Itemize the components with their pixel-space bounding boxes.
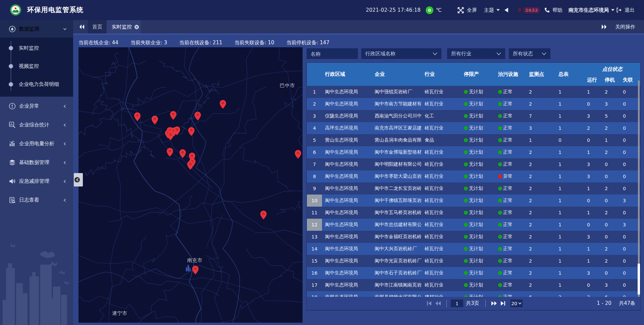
logout-button[interactable]: 退出 <box>616 7 635 13</box>
table-row-5[interactable]: 5营山生态环境局营山县润丰肉食品有限公司食品无计划正常10010 <box>307 134 641 146</box>
table-row-4[interactable]: 4高坪生态环境局南充市高坪区王家店建材厂砖瓦行业无计划正常31220 <box>307 122 641 134</box>
tabs-scroll-right-button[interactable] <box>601 24 607 30</box>
tab-realtime-monitoring[interactable]: 实时监控 <box>107 20 141 34</box>
tab-close-icon[interactable] <box>134 24 139 30</box>
map-pin-0[interactable] <box>220 100 226 109</box>
status-select[interactable]: 所有状态 <box>509 48 550 59</box>
table-row-9[interactable]: 9阆中生态环境局阆中市二龙长宝页岩砖厂砖瓦行业无计划正常21120 <box>307 182 641 195</box>
map-pin-2[interactable] <box>152 116 158 124</box>
status-dot-green <box>498 283 502 287</box>
table-row-13[interactable]: 13阆中生态环境局阆中市金福旺页岩机砖厂砖瓦行业无计划正常21300 <box>307 231 641 243</box>
cell-limit: 无计划 <box>461 122 495 134</box>
sidebar: 数据监测 实时监控视频监控企业电力负荷明细 企业异常企业综合统计企业用电量分析基… <box>0 20 73 325</box>
map-pin-11[interactable] <box>167 148 173 157</box>
map-pin-3[interactable] <box>170 111 176 120</box>
notification-button[interactable]: 2632 <box>517 7 540 13</box>
map-panel[interactable]: 巴中市南充市遂宁市 <box>78 47 303 323</box>
table-row-1[interactable]: 1阆中生态环境局阆中强锐页岩砖厂砖瓦行业无计划正常21120 <box>307 86 641 98</box>
cell-region: 阆中生态环境局 <box>322 267 372 279</box>
cell-points: 2 <box>526 146 555 158</box>
table-row-8[interactable]: 8阆中生态环境局阆中市枣碧大梁山页岩砖厂砖瓦行业无计划异常21300 <box>307 170 641 182</box>
cell-stop: 0 <box>602 267 620 279</box>
next-page-button[interactable] <box>490 301 498 306</box>
map-pin-4[interactable] <box>195 112 201 120</box>
theme-dropdown[interactable]: 主题 <box>484 7 500 13</box>
org-dropdown[interactable]: 南充市生态环境局 <box>569 7 614 13</box>
name-search-input[interactable] <box>307 48 358 59</box>
status-dot-green <box>498 150 502 154</box>
sidebar-group-data-monitoring[interactable]: 数据监测 <box>0 20 73 38</box>
sidebar-item-label: 企业异常 <box>19 103 39 109</box>
cell-gutter <box>635 122 641 134</box>
region-select[interactable]: 行政区域名称 <box>361 48 441 59</box>
cell-stop: 0 <box>602 195 620 207</box>
fullscreen-button[interactable]: 全屏 <box>457 7 477 14</box>
mute-button[interactable] <box>504 8 508 12</box>
table-row-15[interactable]: 15阆中生态环境局阆中市光富页岩机砖厂砖瓦行业无计划正常21120 <box>307 255 641 267</box>
status-dot-green <box>498 235 502 239</box>
table-row-6[interactable]: 6阆中生态环境局阆中市金博瑞新型墙材有限公司砖瓦行业无计划正常21120 <box>307 146 641 158</box>
cell-limit-label: 无计划 <box>469 270 483 276</box>
table-scrollbar-thumb[interactable] <box>638 264 640 294</box>
cell-meters: 0 <box>555 134 584 146</box>
sidebar-subitem-1[interactable]: 视频监控 <box>0 57 73 75</box>
cell-gutter <box>635 170 641 182</box>
sidebar-item-5[interactable]: 日志查看 <box>0 191 73 209</box>
status-dot-green <box>464 150 468 154</box>
help-button[interactable]: 帮助 <box>544 7 562 13</box>
tabs-scroll-left-button[interactable] <box>78 23 86 31</box>
sidebar-submenu: 实时监控视频监控企业电力负荷明细 <box>0 38 73 97</box>
table-row-12[interactable]: 12阆中生态环境局阆中市忠信建材有限公司砖瓦行业无计划正常21003 <box>307 219 641 231</box>
cell-facility-label: 正常 <box>503 246 513 252</box>
cell-meters: 1 <box>555 231 584 243</box>
table-row-2[interactable]: 2阆中生态环境局阆中市南方节能建材有限公司砖瓦行业无计划正常21030 <box>307 98 641 110</box>
cell-limit-label: 无计划 <box>469 101 483 107</box>
table-row-14[interactable]: 14阆中生态环境局阆中大兴页岩机砖厂砖瓦行业无计划正常21120 <box>307 243 641 255</box>
table-row-17[interactable]: 17阆中生态环境局阆中市江南镇阆南页岩砖厂砖瓦行业无计划正常21030 <box>307 279 641 291</box>
map-pin-12[interactable] <box>179 149 186 158</box>
map-pin-18[interactable] <box>192 266 199 274</box>
table-row-18[interactable]: 18南部生态环境局南部县砌华水泥有限公司建材行业无计划正常63360 <box>307 291 641 297</box>
cell-industry: 建材行业 <box>422 291 461 297</box>
map-pin-15[interactable] <box>187 161 194 170</box>
table-row-7[interactable]: 7阆中生态环境局阆中明阳建材有限公司砖瓦行业无计划正常21300 <box>307 158 641 170</box>
map-pin-8[interactable] <box>188 127 195 136</box>
last-page-button[interactable] <box>498 301 507 306</box>
table-row-11[interactable]: 11阆中生态环境局阆中市五马桥页岩机砖厂砖瓦行业无计划正常21120 <box>307 207 641 219</box>
first-page-button[interactable] <box>425 301 434 306</box>
map-collapse-button[interactable] <box>74 173 83 186</box>
sidebar-subitem-0[interactable]: 实时监控 <box>0 39 73 57</box>
map-pin-10[interactable] <box>167 131 174 140</box>
page-number-input[interactable] <box>451 300 463 307</box>
cell-limit: 无计划 <box>461 255 495 267</box>
status-dot-green <box>498 102 502 106</box>
cell-stop: 2 <box>602 146 620 158</box>
table-row-10[interactable]: 10阆中生态环境局阆中千佛镇五郎垭页岩砖厂砖瓦行业无计划正常21003 <box>307 195 641 207</box>
cell-meters: 1 <box>555 170 584 182</box>
table-row-3[interactable]: 3仪陇生态环境局西南油气田分公司川中气矿化工无计划正常71350 <box>307 110 641 122</box>
sidebar-item-1[interactable]: 企业综合统计 <box>0 115 73 134</box>
cell-lost: 0 <box>620 110 635 122</box>
close-operations-button[interactable]: 关闭操作 <box>615 24 635 30</box>
caret-down-icon <box>611 9 614 11</box>
stats-icon <box>8 121 16 128</box>
prev-page-button[interactable] <box>434 301 442 306</box>
industry-select[interactable]: 所有行业 <box>447 48 505 59</box>
cell-region: 阆中生态环境局 <box>322 219 372 231</box>
cell-facility: 正常 <box>495 255 526 267</box>
map-pin-7[interactable] <box>174 126 180 135</box>
sidebar-item-0[interactable]: 企业异常 <box>0 97 73 115</box>
cell-facility: 正常 <box>495 219 526 231</box>
sidebar-item-4[interactable]: 应急减排管理 <box>0 172 73 191</box>
table-row-16[interactable]: 16阆中生态环境局阆中市石子页岩机砖厂砖瓦行业无计划正常21300 <box>307 267 641 279</box>
cell-facility: 正常 <box>495 182 526 195</box>
cell-industry: 砖瓦行业 <box>422 182 461 195</box>
tab-home[interactable]: 首页 <box>88 20 107 34</box>
sidebar-item-3[interactable]: 基础数据管理 <box>0 153 73 172</box>
sidebar-item-2[interactable]: 企业用电量分析 <box>0 134 73 153</box>
map-pin-17[interactable] <box>260 211 267 219</box>
map-pin-1[interactable] <box>134 112 141 121</box>
page-size-select[interactable]: 20 <box>511 300 523 307</box>
sidebar-subitem-2[interactable]: 企业电力负荷明细 <box>0 75 73 93</box>
map-pin-16[interactable] <box>295 150 301 159</box>
